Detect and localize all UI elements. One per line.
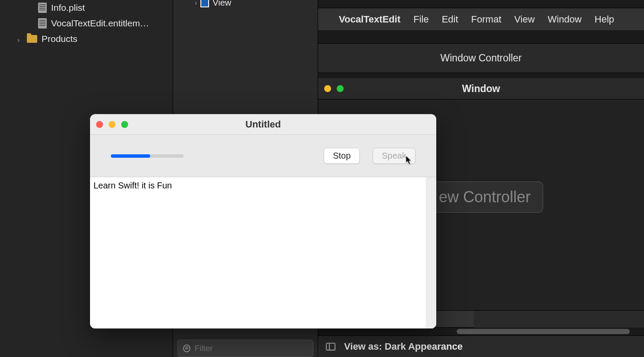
entitlements-file-icon	[38, 18, 47, 29]
minimize-icon[interactable]	[324, 85, 331, 92]
outline-item-view[interactable]: › View	[195, 0, 231, 8]
menu-window[interactable]: Window	[548, 14, 582, 25]
text-content: Learn Swift! it is Fun	[93, 181, 172, 190]
stop-button[interactable]: Stop	[324, 148, 360, 164]
menu-format[interactable]: Format	[471, 14, 502, 25]
menu-file[interactable]: File	[413, 14, 428, 25]
filter-icon	[183, 344, 190, 352]
view-object-icon	[200, 0, 209, 7]
plist-file-icon	[38, 3, 47, 13]
ib-window-title: Window	[318, 83, 644, 95]
menu-view[interactable]: View	[514, 14, 535, 25]
file-label: Products	[42, 34, 77, 44]
mouse-cursor-icon	[406, 156, 413, 165]
file-entitlements[interactable]: VocalTextEdit.entitlem…	[0, 16, 173, 31]
folder-icon	[27, 35, 37, 43]
close-icon[interactable]	[96, 121, 103, 128]
file-info-plist[interactable]: Info.plist	[0, 0, 173, 16]
chevron-right-icon: ›	[17, 36, 23, 41]
file-label: VocalTextEdit.entitlem…	[51, 18, 149, 29]
horizontal-scrollbar[interactable]	[318, 328, 644, 335]
filter-input[interactable]	[195, 344, 308, 353]
view-controller-label[interactable]: ew Controller	[426, 182, 543, 213]
panel-toggle-icon[interactable]	[326, 343, 335, 351]
zoom-icon[interactable]	[121, 121, 128, 128]
ib-menubar[interactable]: VocalTextEdit File Edit Format View Wind…	[318, 8, 644, 30]
outline-item-label: View	[213, 0, 231, 8]
vertical-scrollbar[interactable]	[426, 177, 436, 328]
minimize-icon[interactable]	[109, 121, 116, 128]
speech-progress-bar	[111, 154, 184, 158]
chevron-right-icon: ›	[195, 0, 197, 7]
menu-app-name[interactable]: VocalTextEdit	[339, 14, 400, 25]
app-traffic-lights	[96, 121, 128, 128]
outline-filter[interactable]	[177, 340, 313, 357]
ib-traffic-lights	[324, 85, 344, 92]
app-titlebar[interactable]: Untitled	[90, 114, 436, 135]
app-window[interactable]: Untitled Stop Speak Learn Swift! it is F…	[90, 114, 436, 328]
menu-edit[interactable]: Edit	[442, 14, 458, 25]
view-as-label[interactable]: View as: Dark Appearance	[344, 341, 463, 352]
app-window-title: Untitled	[90, 119, 436, 130]
zoom-icon[interactable]	[337, 85, 344, 92]
ib-ruler-segment	[474, 310, 644, 328]
app-toolbar: Stop Speak	[90, 135, 436, 177]
text-editor-area[interactable]: Learn Swift! it is Fun	[90, 177, 436, 328]
menu-help[interactable]: Help	[595, 14, 614, 25]
window-controller-label: Window Controller	[318, 43, 644, 73]
scrollbar-thumb[interactable]	[457, 329, 630, 334]
folder-products[interactable]: › Products	[0, 31, 173, 47]
file-label: Info.plist	[51, 3, 85, 13]
ib-window-titlebar: Window	[318, 78, 644, 99]
progress-fill	[111, 154, 150, 158]
ib-bottom-bar: View as: Dark Appearance	[318, 335, 644, 357]
